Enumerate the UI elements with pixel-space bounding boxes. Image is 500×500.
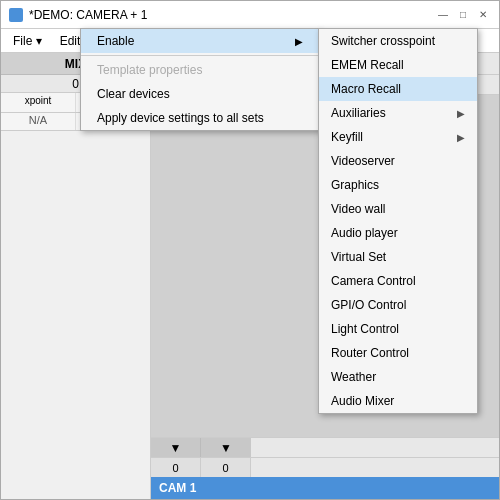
- ctx-videoserver[interactable]: Videoserver: [319, 149, 477, 173]
- xpoint-label: xpoint: [1, 93, 76, 112]
- val-1: 0: [151, 458, 201, 477]
- title-bar: *DEMO: CAMERA + 1 — □ ✕: [1, 1, 499, 29]
- ctx-sep-1: [81, 55, 319, 56]
- ctx-camera-control[interactable]: Camera Control: [319, 269, 477, 293]
- window-title: *DEMO: CAMERA + 1: [29, 8, 147, 22]
- ctx-audio-player[interactable]: Audio player: [319, 221, 477, 245]
- ctx-graphics[interactable]: Graphics: [319, 173, 477, 197]
- ctx-video-wall[interactable]: Video wall: [319, 197, 477, 221]
- context-menu-left: Enable ▶ Template properties Clear devic…: [80, 28, 320, 131]
- ctx-router-control[interactable]: Router Control: [319, 341, 477, 365]
- ctx-macro-recall[interactable]: Macro Recall: [319, 77, 477, 101]
- ctx-gpio-control[interactable]: GPI/O Control: [319, 293, 477, 317]
- ctx-clear-devices[interactable]: Clear devices: [81, 82, 319, 106]
- ctx-apply-device-settings[interactable]: Apply device settings to all sets: [81, 106, 319, 130]
- ctx-light-control[interactable]: Light Control: [319, 317, 477, 341]
- app-icon: [9, 8, 23, 22]
- ctx-auxiliaries[interactable]: Auxiliaries ▶: [319, 101, 477, 125]
- arrow-down-2[interactable]: ▼: [201, 438, 251, 457]
- app-container: *DEMO: CAMERA + 1 — □ ✕ File ▾ Edit ▾ Sh…: [0, 0, 500, 500]
- minimize-button[interactable]: —: [435, 7, 451, 23]
- ctx-switcher-crosspoint[interactable]: Switcher crosspoint: [319, 29, 477, 53]
- ctx-virtual-set[interactable]: Virtual Set: [319, 245, 477, 269]
- maximize-button[interactable]: □: [455, 7, 471, 23]
- val-2: 0: [201, 458, 251, 477]
- menu-file[interactable]: File ▾: [5, 32, 50, 50]
- na-cell-1: N/A: [1, 113, 76, 130]
- ctx-emem-recall[interactable]: EMEM Recall: [319, 53, 477, 77]
- context-menu-right: Switcher crosspoint EMEM Recall Macro Re…: [318, 28, 478, 414]
- ctx-auxiliaries-arrow: ▶: [457, 108, 465, 119]
- cam-label: CAM 1: [151, 477, 499, 499]
- ctx-weather[interactable]: Weather: [319, 365, 477, 389]
- bottom-val-row: 0 0: [151, 457, 499, 477]
- arrow-down-1[interactable]: ▼: [151, 438, 201, 457]
- close-button[interactable]: ✕: [475, 7, 491, 23]
- ctx-enable-arrow: ▶: [295, 36, 303, 47]
- ctx-keyfill[interactable]: Keyfill ▶: [319, 125, 477, 149]
- ctx-audio-mixer[interactable]: Audio Mixer: [319, 389, 477, 413]
- ctx-template-properties: Template properties: [81, 58, 319, 82]
- ctx-enable[interactable]: Enable ▶: [81, 29, 319, 53]
- window-controls: — □ ✕: [435, 7, 491, 23]
- ctx-keyfill-arrow: ▶: [457, 132, 465, 143]
- bottom-arrow-row: ▼ ▼: [151, 437, 499, 457]
